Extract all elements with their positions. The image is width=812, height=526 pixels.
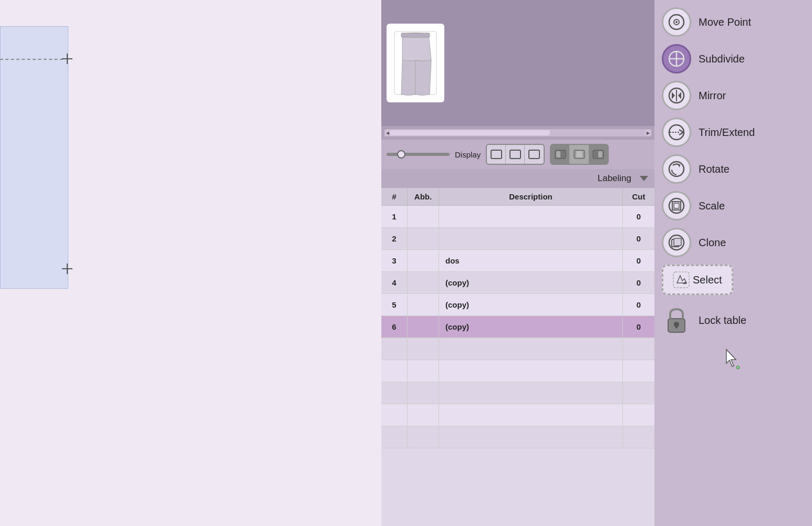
col-header-cut: Cut — [623, 188, 654, 205]
view-btn-2-3[interactable] — [589, 145, 608, 164]
svg-rect-12 — [576, 151, 582, 157]
preview-area — [381, 0, 654, 126]
cell-cut-5: 0 — [623, 294, 654, 315]
svg-rect-6 — [491, 150, 502, 159]
cell-id-5: 5 — [381, 294, 408, 315]
labeling-title: Labeling — [388, 173, 636, 184]
select-button[interactable]: Select — [662, 265, 733, 295]
select-label: Select — [693, 274, 722, 286]
svg-rect-5 — [401, 33, 430, 37]
svg-rect-10 — [556, 151, 560, 157]
labeling-dropdown-arrow[interactable] — [640, 176, 648, 181]
subdivide-icon — [662, 44, 691, 73]
cell-cut-6: 0 — [623, 316, 654, 338]
select-tool[interactable]: Select — [662, 262, 805, 297]
cell-desc-3: dos — [439, 250, 623, 271]
view-btn-group-2[interactable] — [550, 144, 609, 165]
table-row[interactable]: 2 0 — [381, 228, 654, 250]
garment-thumbnail — [387, 24, 444, 102]
mirror-icon — [662, 81, 691, 110]
cross-marker-top — [62, 54, 72, 64]
cell-abb-2 — [408, 228, 439, 249]
svg-point-41 — [736, 366, 740, 369]
slider-track[interactable] — [387, 153, 450, 156]
view-btn-1-2[interactable] — [506, 145, 525, 164]
empty-table-row — [381, 404, 654, 426]
cell-abb-5 — [408, 294, 439, 315]
tool-mirror[interactable]: Mirror — [662, 79, 805, 112]
svg-point-31 — [669, 198, 684, 213]
svg-point-17 — [675, 21, 678, 23]
clone-label: Clone — [699, 237, 726, 249]
empty-table-row — [381, 426, 654, 448]
horizontal-scrollbar[interactable]: ◀ ▶ — [381, 126, 654, 140]
table-row[interactable]: 5 (copy) 0 — [381, 294, 654, 316]
view-btn-1-1[interactable] — [487, 145, 506, 164]
middle-panel: ◀ ▶ Display — [381, 0, 654, 526]
clone-icon — [662, 228, 691, 257]
cell-id-3: 3 — [381, 250, 408, 271]
scale-label: Scale — [699, 200, 725, 212]
cell-desc-5: (copy) — [439, 294, 623, 315]
view-btn-group-1[interactable] — [486, 144, 545, 165]
right-toolbar: Move Point Subdivide Mirror — [654, 0, 812, 526]
rotate-label: Rotate — [699, 163, 730, 175]
slider-thumb[interactable] — [397, 150, 405, 159]
scroll-thumb[interactable] — [390, 130, 550, 135]
cell-id-4: 4 — [381, 272, 408, 293]
svg-rect-40 — [675, 324, 678, 329]
empty-table-row — [381, 338, 654, 360]
view-btn-1-3[interactable] — [525, 145, 544, 164]
scroll-right-arrow[interactable]: ▶ — [645, 130, 651, 136]
labeling-header: Labeling — [381, 169, 654, 188]
canvas-blue-rect — [0, 26, 68, 289]
cross-marker-bottom — [62, 264, 72, 274]
svg-rect-36 — [674, 238, 681, 246]
col-header-abb: Abb. — [408, 188, 439, 205]
canvas-area — [0, 0, 381, 526]
mirror-label: Mirror — [699, 90, 726, 102]
cell-cut-3: 0 — [623, 250, 654, 271]
svg-marker-22 — [672, 92, 675, 99]
table-row[interactable]: 3 dos 0 — [381, 250, 654, 272]
table-row[interactable]: 1 0 — [381, 206, 654, 228]
trim-extend-label: Trim/Extend — [699, 127, 755, 139]
move-point-icon — [662, 7, 691, 37]
view-btn-2-2[interactable] — [570, 145, 589, 164]
svg-rect-14 — [598, 151, 602, 157]
cursor-area — [662, 343, 805, 375]
tool-subdivide[interactable]: Subdivide — [662, 42, 805, 76]
scale-icon — [662, 191, 691, 220]
cell-abb-1 — [408, 206, 439, 227]
lock-icon — [662, 306, 691, 335]
col-header-desc: Description — [439, 188, 623, 205]
empty-table-row — [381, 360, 654, 382]
tool-trim-extend[interactable]: Trim/Extend — [662, 115, 805, 149]
empty-table-row — [381, 382, 654, 404]
rotate-icon — [662, 154, 691, 184]
cell-abb-3 — [408, 250, 439, 271]
trim-extend-icon — [662, 118, 691, 147]
cell-cut-2: 0 — [623, 228, 654, 249]
tool-scale[interactable]: Scale — [662, 189, 805, 223]
cell-desc-1 — [439, 206, 623, 227]
select-pencil-icon — [673, 271, 690, 288]
data-table: # Abb. Description Cut 1 0 2 0 — [381, 188, 654, 526]
lock-table-label: Lock table — [699, 314, 746, 327]
lock-table[interactable]: Lock table — [662, 300, 805, 340]
tool-move-point[interactable]: Move Point — [662, 5, 805, 39]
move-point-label: Move Point — [699, 16, 751, 28]
table-row[interactable]: 4 (copy) 0 — [381, 272, 654, 294]
svg-rect-8 — [529, 150, 539, 159]
display-controls: Display — [381, 140, 654, 169]
table-header: # Abb. Description Cut — [381, 188, 654, 206]
tool-rotate[interactable]: Rotate — [662, 152, 805, 186]
tool-clone[interactable]: Clone — [662, 226, 805, 259]
svg-rect-37 — [673, 272, 689, 288]
svg-marker-23 — [678, 92, 681, 99]
cursor-icon — [725, 349, 741, 370]
view-btn-2-1[interactable] — [551, 145, 570, 164]
svg-rect-33 — [674, 203, 679, 208]
table-row-selected[interactable]: 6 (copy) 0 — [381, 316, 654, 338]
display-slider[interactable] — [387, 153, 450, 156]
